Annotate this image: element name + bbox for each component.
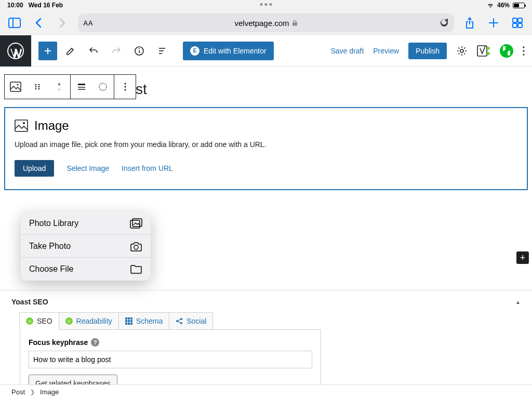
undo-button[interactable] (84, 42, 103, 60)
elementor-button[interactable]: E Edit with Elementor (183, 42, 274, 60)
block-type-image-icon[interactable] (5, 75, 26, 99)
svg-rect-49 (130, 320, 132, 322)
block-more-icon[interactable] (114, 75, 136, 99)
tab-schema[interactable]: Schema (118, 312, 169, 330)
svg-point-13 (139, 48, 140, 49)
drag-handle-icon[interactable] (26, 75, 48, 99)
publish-button[interactable]: Publish (408, 43, 447, 59)
yoast-panel: Yoast SEO ▲ ☺SEO ☺Readability Schema Soc… (0, 290, 532, 384)
chevron-right-icon: ❯ (30, 389, 35, 395)
reload-icon[interactable] (440, 18, 449, 28)
yoast-icon[interactable] (477, 45, 490, 57)
wifi-icon (487, 3, 494, 8)
save-draft-button[interactable]: Save draft (330, 47, 364, 55)
svg-rect-5 (518, 18, 522, 22)
tab-seo[interactable]: ☺SEO (19, 312, 59, 330)
focus-keyphrase-input[interactable] (29, 351, 312, 368)
svg-point-35 (99, 83, 107, 90)
safari-toolbar: AA velvetpage.com (0, 10, 532, 35)
choose-file-label: Choose File (29, 264, 73, 274)
focus-keyphrase-label: Focus keyphrase? (29, 338, 312, 347)
add-block-button[interactable] (38, 42, 57, 60)
svg-point-27 (38, 84, 40, 86)
upload-button[interactable]: Upload (15, 160, 54, 177)
image-block-icon (15, 119, 28, 132)
inline-add-block-button[interactable]: + (516, 251, 529, 264)
block-movers[interactable]: ▲▼ (48, 75, 70, 99)
new-tab-icon[interactable] (485, 15, 502, 31)
align-icon[interactable] (70, 75, 92, 99)
svg-point-22 (523, 50, 524, 51)
svg-rect-46 (130, 317, 132, 320)
url-bar[interactable]: AA velvetpage.com (78, 14, 454, 32)
post-title[interactable]: v post (108, 81, 528, 98)
seo-status-dot-icon: ☺ (26, 317, 33, 325)
readability-status-dot-icon: ☺ (65, 317, 73, 325)
forward-button (54, 15, 71, 31)
back-button[interactable] (30, 15, 47, 31)
tab-social[interactable]: Social (169, 312, 213, 330)
svg-point-29 (38, 86, 40, 88)
svg-rect-24 (10, 82, 21, 91)
choose-file-option[interactable]: Choose File (21, 258, 151, 281)
svg-rect-0 (9, 18, 20, 28)
jetpack-icon[interactable] (500, 44, 513, 58)
details-icon[interactable] (130, 42, 149, 60)
more-options-icon[interactable] (523, 46, 525, 56)
svg-point-17 (460, 49, 463, 52)
settings-icon[interactable] (456, 45, 468, 57)
svg-rect-7 (518, 23, 522, 28)
svg-point-25 (17, 84, 19, 86)
svg-rect-47 (125, 320, 127, 322)
image-block-description: Upload an image file, pick one from your… (15, 140, 517, 149)
multitask-dots-icon[interactable] (260, 3, 272, 6)
url-text: velvetpage.com (234, 19, 289, 28)
redo-button (107, 42, 126, 60)
yoast-panel-title: Yoast SEO (11, 298, 48, 306)
status-date: Wed 16 Feb (29, 2, 63, 9)
preview-button[interactable]: Preview (373, 47, 399, 55)
breadcrumb-root[interactable]: Post (11, 388, 25, 396)
svg-point-31 (38, 88, 40, 90)
photo-library-option[interactable]: Photo Library (21, 212, 151, 235)
folder-icon (130, 264, 142, 274)
schema-grid-icon (125, 317, 132, 325)
take-photo-option[interactable]: Take Photo (21, 235, 151, 258)
collapse-icon[interactable]: ▲ (515, 299, 521, 305)
camera-icon (130, 241, 142, 251)
share-small-icon (176, 317, 183, 325)
breadcrumb-current[interactable]: Image (40, 388, 59, 396)
wordpress-logo-icon[interactable] (0, 35, 31, 66)
svg-point-23 (523, 54, 524, 55)
tabs-overview-icon[interactable] (509, 15, 526, 31)
insert-from-url-button[interactable]: Insert from URL (122, 164, 173, 172)
image-block: Image Upload an image file, pick one fro… (4, 107, 528, 190)
crop-icon[interactable] (92, 75, 114, 99)
svg-line-56 (178, 320, 181, 321)
svg-point-19 (487, 47, 490, 50)
reader-aa-icon[interactable]: AA (83, 19, 93, 27)
svg-rect-44 (125, 317, 127, 320)
svg-rect-52 (130, 323, 132, 325)
svg-rect-45 (128, 317, 130, 320)
svg-point-40 (23, 122, 25, 124)
elementor-label: Edit with Elementor (204, 47, 267, 55)
tab-readability[interactable]: ☺Readability (59, 312, 119, 330)
svg-point-38 (124, 89, 126, 91)
sidebar-toggle-icon[interactable] (6, 15, 23, 31)
svg-line-57 (178, 322, 181, 323)
svg-point-26 (35, 84, 37, 86)
yoast-tabs: ☺SEO ☺Readability Schema Social (20, 312, 521, 330)
status-time: 10:00 (7, 2, 23, 9)
wp-editor-header: E Edit with Elementor Save draft Preview… (0, 35, 532, 66)
photo-library-icon (130, 218, 142, 229)
edit-mode-icon[interactable] (61, 42, 80, 60)
svg-point-28 (35, 86, 37, 88)
outline-icon[interactable] (153, 42, 171, 60)
svg-rect-6 (513, 23, 517, 28)
share-icon[interactable] (461, 15, 478, 31)
svg-point-20 (487, 52, 490, 55)
help-icon[interactable]: ? (91, 338, 99, 347)
select-image-button[interactable]: Select Image (66, 164, 109, 172)
image-block-title: Image (34, 118, 69, 133)
